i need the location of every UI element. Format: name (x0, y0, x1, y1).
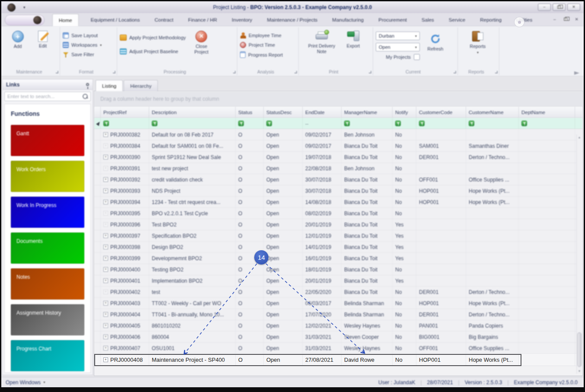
export-button[interactable]: Export (342, 29, 364, 54)
ribbon-tab-home[interactable]: Home (52, 14, 79, 26)
print-delivery-note-button[interactable]: Print Delivery Note (305, 29, 339, 54)
pin-icon[interactable] (86, 83, 89, 86)
mdi-close-icon[interactable]: ✕ (575, 17, 579, 22)
expand-icon[interactable]: + (103, 323, 108, 328)
ribbon-tab-inventory[interactable]: Inventory (229, 15, 255, 25)
ribbon-tab-equipment-locations[interactable]: Equipment / Locations (88, 15, 143, 25)
function-button[interactable]: Work Orders (11, 161, 84, 192)
column-header-customercode[interactable]: CustomerCode (416, 107, 466, 118)
table-row[interactable]: +PRJ0000395 BPO v2.2.0.1 Test Cycle O Op… (94, 208, 582, 219)
mdi-minimize-icon[interactable]: – (553, 17, 556, 22)
filter-icon[interactable] (469, 121, 474, 126)
site-dropdown[interactable]: Durban ▾ (376, 32, 420, 40)
status-dropdown[interactable]: Open ▾ (376, 43, 420, 51)
function-button[interactable]: Work In Progress (11, 197, 84, 228)
column-header-managername[interactable]: ManagerName (342, 107, 393, 118)
expand-icon[interactable]: + (103, 346, 108, 351)
expand-icon[interactable]: + (103, 155, 108, 159)
function-button[interactable]: Assignment History (11, 304, 84, 335)
ribbon-tab-finance-hr[interactable]: Finance / HR (185, 15, 220, 25)
filter-icon[interactable] (395, 121, 401, 126)
scroll-up-icon[interactable]: ▴ (577, 135, 582, 139)
add-button[interactable]: + Add (8, 29, 27, 49)
open-windows-button[interactable]: Open Windows ▾ (6, 379, 45, 386)
ribbon-send-icon[interactable] (574, 71, 579, 75)
table-row[interactable]: +PRJ0000391 test new project O Open 22/0… (94, 163, 582, 174)
expand-icon[interactable]: + (103, 166, 108, 171)
column-header-statusdesc[interactable]: StatusDesc (264, 107, 303, 118)
table-row[interactable]: +PRJ0000393 NDS Project O Open 30/07/201… (94, 185, 582, 197)
table-row[interactable]: +PRJ0000392 credit validation check O Op… (94, 174, 582, 185)
reports-button[interactable]: Reports ▾ (460, 29, 495, 55)
expand-icon[interactable]: + (103, 143, 108, 148)
restore-button[interactable] (553, 3, 566, 11)
table-row[interactable]: +PRJ0000384 Default for SAM001 on 08 Fe.… (94, 140, 582, 152)
function-button[interactable]: Documents (11, 233, 84, 264)
adjust-project-baseline-button[interactable]: Adjust Project Baseline (120, 48, 186, 54)
table-row[interactable]: +PRJ0000382 Default for on 08 Feb 2017 O… (94, 129, 582, 140)
filter-icon[interactable] (344, 121, 350, 126)
search-input[interactable] (7, 94, 80, 99)
maintenance-dialog-launcher-icon[interactable] (56, 71, 58, 73)
refresh-button[interactable]: Refresh (424, 29, 447, 60)
expand-icon[interactable]: + (103, 132, 108, 137)
ribbon-tab-manufacturing[interactable]: Manufacturing (329, 15, 366, 25)
expand-icon[interactable]: + (103, 188, 108, 193)
expand-icon[interactable]: + (103, 256, 108, 261)
filter-icon[interactable] (103, 121, 109, 126)
processing-dialog-launcher-icon[interactable] (233, 71, 236, 73)
expand-icon[interactable]: + (103, 177, 108, 182)
table-row[interactable]: +PRJ0000406 860004 O Open 31/03/2021 Ste… (94, 331, 582, 343)
expand-icon[interactable]: + (103, 357, 108, 362)
group-by-bar[interactable]: Drag a column header here to group by th… (94, 91, 582, 107)
table-row[interactable]: +PRJ0000403 TT002 - Weekly - Call per WO… (94, 298, 582, 309)
expand-icon[interactable]: + (103, 312, 108, 317)
tab-hierarchy[interactable]: Hierarchy (124, 80, 158, 91)
save-layout-button[interactable]: Save Layout (63, 32, 114, 38)
tab-listing[interactable]: Listing (96, 80, 123, 91)
reports-dialog-launcher-icon[interactable] (495, 71, 498, 73)
search-icon[interactable] (83, 94, 88, 99)
table-row[interactable]: +PRJ0000407 OSU1001 O Open 31/03/2021 We… (94, 343, 582, 354)
ribbon-tab-service[interactable]: Service (446, 15, 468, 25)
filter-icon[interactable] (419, 121, 425, 126)
column-header-projectref[interactable]: ProjectRef (101, 107, 149, 118)
expand-icon[interactable]: + (103, 222, 108, 227)
expand-icon[interactable]: + (103, 301, 108, 306)
edit-button[interactable]: Edit (33, 29, 52, 49)
column-header-deptname[interactable]: DeptName (519, 107, 575, 118)
scroll-down-icon[interactable]: ▾ (577, 369, 582, 373)
close-button[interactable]: ✕ (567, 3, 580, 11)
column-header-notify[interactable]: Notify (393, 107, 416, 118)
filter-icon[interactable] (152, 121, 157, 126)
analysis-dialog-launcher-icon[interactable] (294, 71, 297, 73)
filter-icon[interactable] (238, 121, 244, 126)
column-header-enddate[interactable]: EndDate (303, 107, 342, 118)
expand-icon[interactable]: + (103, 335, 108, 339)
save-filter-button[interactable]: Save Filter (63, 51, 114, 57)
table-row[interactable]: +PRJ0000404 TT041 - Bi-annually, Mono 10… (94, 309, 582, 320)
table-row[interactable]: +PRJ0000405 8601010202 O Open 12/02/2021… (94, 320, 582, 331)
scrollbar-thumb[interactable] (577, 332, 582, 367)
minimize-button[interactable]: – (538, 3, 551, 11)
format-dialog-launcher-icon[interactable] (113, 71, 115, 73)
column-header-customername[interactable]: CustomerName (466, 107, 519, 118)
column-header-status[interactable]: Status (236, 107, 264, 118)
table-row[interactable]: +PRJ0000402 test O Open 22/05/2020 Bianc… (94, 287, 582, 298)
expand-icon[interactable]: + (103, 278, 108, 283)
expand-icon[interactable]: + (103, 245, 108, 249)
apply-project-methodology-button[interactable]: Apply Project Methodology (120, 35, 186, 41)
my-projects-checkbox[interactable] (414, 54, 420, 60)
print-dialog-launcher-icon[interactable] (369, 71, 371, 73)
expand-icon[interactable]: + (103, 233, 108, 238)
table-row[interactable]: +PRJ0000398 Design BPO2 O Open 14/01/201… (94, 242, 582, 253)
expand-icon[interactable]: + (103, 290, 108, 294)
function-button[interactable]: Gantt (11, 125, 84, 156)
expand-icon[interactable]: + (103, 267, 108, 272)
ribbon-tab-maintenance-projects[interactable]: Maintenance / Projects (264, 15, 320, 25)
function-button[interactable]: Progress Chart (11, 340, 84, 371)
ribbon-tab-procurement[interactable]: Procurement (376, 15, 409, 25)
expand-icon[interactable]: + (103, 211, 108, 216)
progress-report-button[interactable]: Progress Report (240, 51, 296, 58)
ribbon-tab-sales[interactable]: Sales (419, 15, 437, 25)
